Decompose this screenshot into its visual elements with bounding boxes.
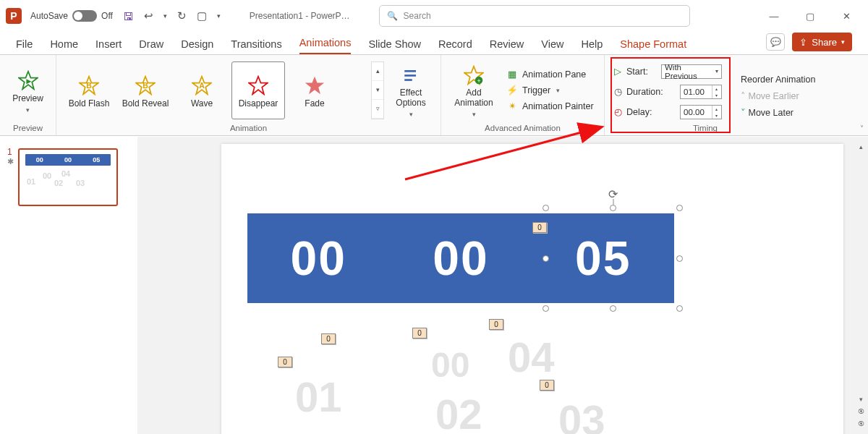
group-label-timing: Timing [610,122,723,134]
resize-handle[interactable] [676,255,683,262]
timer-hours: 00 [291,231,346,286]
animation-order-tag[interactable]: 0 [278,357,292,367]
undo-more-icon[interactable]: ▾ [163,12,167,20]
animation-order-tag[interactable]: 0 [321,333,336,344]
autosave-toggle[interactable]: AutoSave Off [30,10,113,22]
tab-draw[interactable]: Draw [139,38,163,54]
comments-button[interactable]: 💬 [766,33,785,51]
ghost-number[interactable]: 01 [295,373,342,421]
svg-rect-10 [404,70,416,72]
add-animation-button[interactable]: + Add Animation ▾ [447,61,501,119]
search-icon: 🔍 [387,11,398,21]
tab-review[interactable]: Review [490,38,524,54]
prev-slide-icon[interactable]: ⦿ [855,406,867,417]
tab-home[interactable]: Home [50,38,78,54]
slideshow-icon[interactable]: ▢ [197,9,207,22]
qat-more-icon[interactable]: ▾ [217,12,221,20]
tab-file[interactable]: File [16,38,33,54]
ghost-number[interactable]: 04 [508,333,555,381]
animation-painter-button[interactable]: ✴Animation Painter [506,101,594,112]
search-input[interactable]: 🔍 Search [379,5,690,27]
maximize-button[interactable]: ▢ [803,11,817,22]
resize-handle[interactable] [676,305,683,312]
scroll-up-icon[interactable]: ▴ [855,141,867,153]
vertical-scrollbar[interactable]: ▴ ▾ ⦿ ⦿ [855,141,867,430]
collapse-ribbon-icon[interactable]: ˅ [860,124,864,132]
chevron-down-icon: ▾ [409,111,413,118]
timing-duration-row: ◷ Duration: 01.00 ▴▾ [612,85,722,99]
tab-slideshow[interactable]: Slide Show [368,38,421,54]
svg-text:+: + [477,77,480,85]
animation-order-tag[interactable]: 0 [489,319,503,330]
resize-handle[interactable] [610,205,616,211]
resize-handle[interactable] [676,205,683,211]
tab-animations[interactable]: Animations [299,37,352,54]
svg-marker-9 [305,76,324,94]
effect-bold-reveal[interactable]: B Bold Reveal [119,61,172,119]
gallery-scroll[interactable]: ▴ ▾ ▿ [371,61,384,119]
tab-record[interactable]: Record [438,38,472,54]
autosave-label: AutoSave [30,11,68,21]
start-dropdown[interactable]: With Previous ▾ [661,64,722,79]
spin-down-icon[interactable]: ▾ [712,92,720,98]
timer-minutes: 00 [433,231,488,286]
tab-shape-format[interactable]: Shape Format [620,38,686,54]
tab-transitions[interactable]: Transitions [231,38,281,54]
tab-insert[interactable]: Insert [95,38,122,54]
slide-thumbnail[interactable]: 00 00 05 01 00 02 04 03 [18,148,118,206]
group-preview: Preview ▾ Preview [0,55,56,135]
undo-icon[interactable]: ↩ [144,9,153,22]
window-controls: — ▢ ✕ [767,11,862,22]
preview-button[interactable]: Preview ▾ [6,61,50,119]
animation-pane-button[interactable]: ▦Animation Pane [506,69,594,80]
rotate-handle-icon[interactable]: ⟳ [608,187,618,201]
spin-up-icon[interactable]: ▴ [712,85,720,92]
ghost-number[interactable]: 03 [558,396,605,434]
resize-handle[interactable] [542,205,549,211]
slide-thumbnail-panel[interactable]: 1 ✱ 00 00 05 01 00 02 04 03 [0,137,137,434]
trigger-button[interactable]: ⚡Trigger▾ [506,85,594,96]
delay-input[interactable]: 00.00 ▴▾ [680,105,722,119]
close-button[interactable]: ✕ [839,11,854,22]
redo-icon[interactable]: ↻ [177,9,187,22]
gallery-more-icon[interactable]: ▿ [372,100,383,119]
timing-delay-row: ◴ Delay: 00.00 ▴▾ [612,105,722,119]
move-later-button[interactable]: ˅ Move Later [741,107,816,118]
ghost-number[interactable]: 00 [431,345,469,385]
tab-help[interactable]: Help [581,38,603,54]
scroll-down-icon[interactable]: ▾ [855,393,867,405]
spin-up-icon[interactable]: ▴ [712,106,720,112]
effect-bold-flash[interactable]: B Bold Flash [62,61,116,119]
tab-view[interactable]: View [541,38,563,54]
tab-design[interactable]: Design [181,38,213,54]
resize-handle[interactable] [542,305,549,312]
slide-editor[interactable]: 00 00 05 ⟳ 0 00 01 02 03 04 [137,137,868,434]
gallery-up-icon[interactable]: ▴ [372,62,383,81]
effect-fade[interactable]: Fade [288,61,341,119]
arrow-down-icon: ˅ [741,108,746,118]
document-title: Presentation1 - PowerP… [250,11,350,21]
resize-handle[interactable] [610,305,616,312]
trigger-icon: ⚡ [506,85,518,96]
ghost-number[interactable]: 02 [435,390,482,434]
slide-canvas[interactable]: 00 00 05 ⟳ 0 00 01 02 03 04 [221,144,843,434]
effect-options-button[interactable]: Effect Options ▾ [387,61,435,119]
animation-order-tag[interactable]: 0 [412,328,427,339]
group-label-preview: Preview [6,122,50,134]
selection-box[interactable]: ⟳ [545,208,680,309]
save-icon[interactable]: 🖫 [123,10,134,22]
effect-wave[interactable]: A Wave [175,61,229,119]
gallery-down-icon[interactable]: ▾ [372,81,383,100]
resize-handle[interactable] [542,255,549,262]
spin-down-icon[interactable]: ▾ [712,112,720,119]
next-slide-icon[interactable]: ⦿ [855,418,867,430]
svg-text:B: B [86,81,92,90]
animation-order-tag[interactable]: 0 [532,222,547,233]
animation-order-tag[interactable]: 0 [540,380,554,391]
effect-disappear[interactable]: Disappear [231,61,285,119]
minimize-button[interactable]: — [767,11,781,22]
share-button[interactable]: ⇪ Share ▾ [792,33,852,51]
share-label: Share [812,37,837,48]
duration-input[interactable]: 01.00 ▴▾ [680,85,722,99]
toggle-track[interactable] [72,10,97,22]
